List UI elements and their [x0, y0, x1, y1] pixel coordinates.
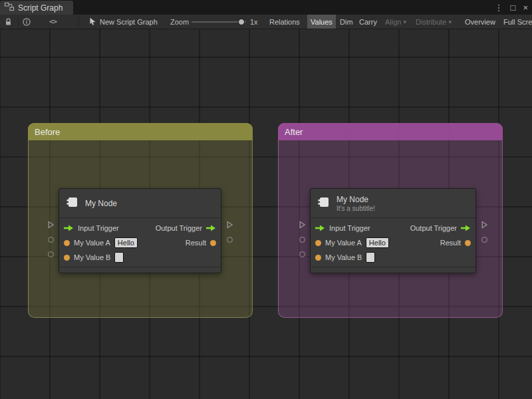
value-input-connector-icon[interactable]	[297, 232, 307, 247]
port-label: Output Trigger	[410, 224, 457, 232]
port-output-trigger[interactable]: Output Trigger	[410, 224, 471, 232]
distribute-button-label: Distribute	[416, 18, 446, 26]
zoom-slider-knob[interactable]	[238, 19, 245, 25]
node-footer	[311, 267, 475, 273]
node-unit-icon	[66, 196, 79, 211]
value-port-icon	[465, 240, 471, 246]
value-b-input[interactable]	[366, 252, 375, 263]
toolbar-separator	[78, 17, 79, 27]
chevron-down-icon: ▾	[448, 19, 452, 25]
node[interactable]: My Node It's a subtitle! Input Trigger	[310, 188, 476, 273]
value-output-connector-icon[interactable]	[479, 232, 489, 247]
node-left-connectors	[297, 217, 307, 261]
dim-button[interactable]: Dim	[336, 15, 356, 29]
port-label: My Value B	[325, 253, 362, 261]
graph-name-label[interactable]: New Script Graph	[100, 15, 158, 29]
window-maximize-icon[interactable]: □	[511, 3, 516, 12]
script-graph-icon	[5, 3, 14, 13]
node-my-node-before[interactable]: My Node Input Trigger Output Trigger	[45, 188, 235, 273]
port-label: My Value A	[325, 239, 362, 247]
value-b-input[interactable]	[114, 252, 124, 263]
window-menu-icon[interactable]: ⋮	[495, 3, 503, 12]
flow-arrow-icon	[64, 225, 74, 231]
zoom-label: Zoom	[170, 15, 189, 29]
toolbar-separator	[18, 17, 19, 27]
flow-arrow-icon	[461, 225, 471, 231]
tab-script-graph[interactable]: Script Graph	[0, 1, 73, 15]
node-title: My Node	[85, 199, 117, 208]
group-title: After	[285, 127, 303, 137]
port-label: Output Trigger	[156, 224, 202, 232]
full-screen-button[interactable]: Full Screen	[500, 15, 532, 29]
value-port-icon	[315, 255, 321, 261]
port-my-value-a[interactable]: My Value A Hello	[315, 237, 389, 248]
node-header[interactable]: My Node It's a subtitle!	[311, 189, 475, 218]
window-tab-bar: Script Graph ⋮ □ ×	[0, 0, 532, 15]
flow-output-connector-icon[interactable]	[224, 217, 235, 232]
flow-arrow-icon	[315, 225, 325, 231]
flow-input-connector-icon[interactable]	[297, 217, 307, 232]
port-my-value-a[interactable]: My Value A Hello	[64, 237, 138, 248]
node-footer	[59, 267, 221, 273]
value-input-connector-icon[interactable]	[45, 247, 56, 261]
graph-toolbar: <> New Script Graph Zoom 1x Relations Va…	[0, 15, 532, 29]
graph-canvas[interactable]: Before My Node	[0, 29, 532, 399]
window-close-icon[interactable]: ×	[523, 3, 528, 12]
node-header[interactable]: My Node	[59, 189, 221, 218]
port-label: My Value A	[74, 239, 110, 247]
port-input-trigger[interactable]: Input Trigger	[315, 224, 370, 232]
node-title: My Node	[336, 195, 375, 204]
chevron-down-icon: ▾	[403, 19, 406, 25]
values-button[interactable]: Values	[307, 15, 336, 29]
value-input-connector-icon[interactable]	[45, 232, 56, 247]
node-right-connectors	[479, 217, 489, 247]
port-label: Input Trigger	[78, 224, 119, 232]
overview-button[interactable]: Overview	[462, 15, 499, 29]
group-header[interactable]: After	[278, 123, 503, 140]
value-output-connector-icon[interactable]	[224, 232, 235, 247]
value-a-input[interactable]: Hello	[366, 237, 389, 248]
flow-arrow-icon	[206, 225, 216, 231]
flow-output-connector-icon[interactable]	[479, 217, 489, 232]
value-a-input[interactable]: Hello	[114, 237, 138, 248]
value-input-connector-icon[interactable]	[297, 247, 307, 261]
code-edit-icon[interactable]: <>	[49, 15, 57, 29]
port-my-value-b[interactable]: My Value B	[64, 252, 124, 263]
align-button[interactable]: Align ▾	[382, 15, 410, 29]
node-unit-icon	[317, 196, 331, 211]
graph-pointer-icon	[89, 15, 96, 29]
group-after[interactable]: After My Node It's a subtitle!	[278, 123, 503, 318]
value-port-icon	[210, 240, 216, 246]
node-subtitle: It's a subtitle!	[336, 205, 375, 212]
zoom-value: 1x	[250, 15, 258, 29]
port-output-trigger[interactable]: Output Trigger	[156, 224, 216, 232]
node-right-connectors	[224, 217, 235, 247]
port-label: Result	[440, 239, 461, 247]
value-port-icon	[64, 240, 70, 246]
port-result[interactable]: Result	[440, 239, 471, 247]
node[interactable]: My Node Input Trigger Output Trigger	[59, 188, 221, 273]
port-result[interactable]: Result	[186, 239, 216, 247]
tab-title: Script Graph	[18, 3, 63, 13]
group-before[interactable]: Before My Node	[28, 123, 253, 318]
group-title: Before	[35, 127, 60, 137]
carry-button[interactable]: Carry	[356, 15, 380, 29]
node-left-connectors	[45, 217, 56, 261]
node-my-node-after[interactable]: My Node It's a subtitle! Input Trigger	[297, 188, 489, 273]
relations-button[interactable]: Relations	[266, 15, 303, 29]
zoom-slider[interactable]	[192, 15, 246, 29]
info-icon[interactable]	[23, 15, 31, 29]
port-label: My Value B	[74, 253, 110, 261]
lock-icon[interactable]	[5, 15, 12, 29]
value-port-icon	[64, 255, 70, 261]
port-input-trigger[interactable]: Input Trigger	[64, 224, 119, 232]
port-label: Input Trigger	[329, 224, 370, 232]
align-button-label: Align	[385, 18, 401, 26]
port-label: Result	[186, 239, 206, 247]
port-my-value-b[interactable]: My Value B	[315, 252, 375, 263]
distribute-button[interactable]: Distribute ▾	[412, 15, 455, 29]
value-port-icon	[315, 240, 321, 246]
flow-input-connector-icon[interactable]	[45, 217, 56, 232]
group-header[interactable]: Before	[28, 123, 253, 140]
